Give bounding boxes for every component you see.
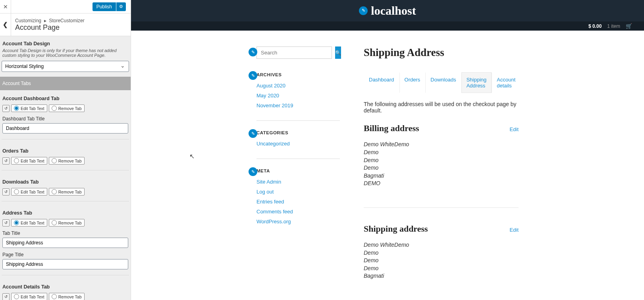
downloads-heading: Downloads Tab xyxy=(2,179,128,185)
back-icon[interactable]: ❮ xyxy=(0,14,11,36)
archive-link[interactable]: November 2019 xyxy=(256,103,340,108)
close-icon[interactable]: ✕ xyxy=(0,0,11,14)
cart-bar: $ 0.00 1 item 🛒 xyxy=(131,21,644,31)
account-details-heading: Account Details Tab xyxy=(2,284,128,290)
account-details-edit-radio[interactable]: Edit Tab Text xyxy=(11,293,47,300)
archive-link[interactable]: May 2020 xyxy=(256,93,340,99)
dashboard-heading: Account Dashboard Tab xyxy=(2,96,128,101)
edit-shortcut-icon[interactable]: ✎ xyxy=(249,167,257,176)
address-heading: Address Tab xyxy=(2,210,128,216)
meta-widget: ✎ META Site Admin Log out Entries feed C… xyxy=(256,168,340,236)
address-page-title-label: Page Title xyxy=(2,252,128,257)
archive-link[interactable]: August 2020 xyxy=(256,83,340,89)
address-page-title-input[interactable] xyxy=(2,259,128,269)
tab-dashboard[interactable]: Dashboard xyxy=(364,72,399,93)
address-edit-radio[interactable]: Edit Tab Text xyxy=(11,219,47,226)
address-tab-title-label: Tab Title xyxy=(2,230,128,236)
dashboard-remove-radio[interactable]: Remove Tab xyxy=(49,105,85,112)
category-link[interactable]: Uncategorized xyxy=(256,141,340,147)
design-label: Account Tab Design xyxy=(2,41,129,46)
downloads-edit-radio[interactable]: Edit Tab Text xyxy=(11,188,47,195)
orders-remove-radio[interactable]: Remove Tab xyxy=(49,157,85,165)
address-tab-title-input[interactable] xyxy=(2,238,128,248)
edit-shortcut-icon[interactable]: ✎ xyxy=(249,71,257,80)
panel-title: Account Page xyxy=(15,23,85,32)
reset-icon[interactable]: ↺ xyxy=(2,219,10,226)
widget-title: CATEGORIES xyxy=(256,130,340,135)
meta-link[interactable]: WordPress.org xyxy=(256,219,340,225)
preview-pane: ✎ localhost $ 0.00 1 item 🛒 ✎ 🔍 ✎ ARCHIV… xyxy=(131,0,644,300)
meta-link[interactable]: Entries feed xyxy=(256,199,340,205)
billing-address-title: Billing address xyxy=(364,123,419,134)
customizer-topbar: ✕ Publish ⚙ xyxy=(0,0,131,14)
breadcrumb-prefix: Customizing xyxy=(15,18,41,23)
shipping-address-block: Demo WhiteDemo Demo Demo Demo Bagmati xyxy=(364,241,519,280)
design-desc: Account Tab Design is only for if your t… xyxy=(2,48,129,58)
address-remove-radio[interactable]: Remove Tab xyxy=(49,219,85,226)
categories-widget: ✎ CATEGORIES Uncategorized xyxy=(256,130,340,159)
customizer-panel: ✕ Publish ⚙ ❮ Customizing ▸ StoreCustomi… xyxy=(0,0,131,300)
addresses-description: The following addresses will be used on … xyxy=(364,101,519,114)
edit-shortcut-icon[interactable]: ✎ xyxy=(249,48,257,56)
page-title: Shipping Address xyxy=(364,46,519,59)
breadcrumb-section: StoreCustomizer xyxy=(49,18,84,23)
tab-shipping-address[interactable]: Shipping Address xyxy=(461,72,492,93)
search-icon: 🔍 xyxy=(335,50,341,56)
account-tabs: Dashboard Orders Downloads Shipping Addr… xyxy=(364,72,519,93)
publish-settings-icon[interactable]: ⚙ xyxy=(116,2,126,11)
meta-link[interactable]: Site Admin xyxy=(256,179,340,185)
site-header: ✎ localhost xyxy=(131,0,644,21)
widget-title: META xyxy=(256,168,340,173)
reset-icon[interactable]: ↺ xyxy=(2,157,10,165)
tab-orders[interactable]: Orders xyxy=(399,72,426,93)
tabs-header: Account Tabs xyxy=(0,77,131,90)
reset-icon[interactable]: ↺ xyxy=(2,188,10,195)
orders-edit-radio[interactable]: Edit Tab Text xyxy=(11,157,47,165)
design-select[interactable]: Horizontal Styling xyxy=(2,61,129,72)
widget-title: ARCHIVES xyxy=(256,72,340,77)
reset-icon[interactable]: ↺ xyxy=(2,105,10,112)
site-logo[interactable]: localhost xyxy=(371,4,416,17)
reset-icon[interactable]: ↺ xyxy=(2,293,10,300)
search-input[interactable] xyxy=(256,46,332,59)
cart-amount: $ 0.00 xyxy=(588,23,602,29)
account-details-remove-radio[interactable]: Remove Tab xyxy=(49,293,85,300)
orders-heading: Orders Tab xyxy=(2,148,128,154)
cart-icon[interactable]: 🛒 xyxy=(626,23,632,29)
breadcrumb: ❮ Customizing ▸ StoreCustomizer Account … xyxy=(0,14,131,36)
meta-link[interactable]: Log out xyxy=(256,189,340,195)
billing-address-block: Demo WhiteDemo Demo Demo Demo Bagmati DE… xyxy=(364,141,519,188)
dashboard-title-label: Dashboard Tab Title xyxy=(2,116,128,122)
publish-button[interactable]: Publish xyxy=(93,2,116,11)
edit-shipping-link[interactable]: Edit xyxy=(510,227,519,233)
dashboard-title-input[interactable] xyxy=(2,123,128,134)
edit-shortcut-icon[interactable]: ✎ xyxy=(359,6,368,15)
meta-link[interactable]: Comments feed xyxy=(256,209,340,215)
cart-items: 1 item xyxy=(607,23,620,29)
tab-downloads[interactable]: Downloads xyxy=(425,72,461,93)
edit-shortcut-icon[interactable]: ✎ xyxy=(249,129,257,138)
edit-billing-link[interactable]: Edit xyxy=(510,126,519,132)
tab-account-details[interactable]: Account details xyxy=(492,72,521,93)
archives-widget: ✎ ARCHIVES August 2020 May 2020 November… xyxy=(256,72,340,121)
downloads-remove-radio[interactable]: Remove Tab xyxy=(49,188,85,195)
search-button[interactable]: 🔍 xyxy=(335,46,341,59)
shipping-address-title: Shipping address xyxy=(364,224,428,234)
dashboard-edit-radio[interactable]: Edit Tab Text xyxy=(11,105,47,112)
